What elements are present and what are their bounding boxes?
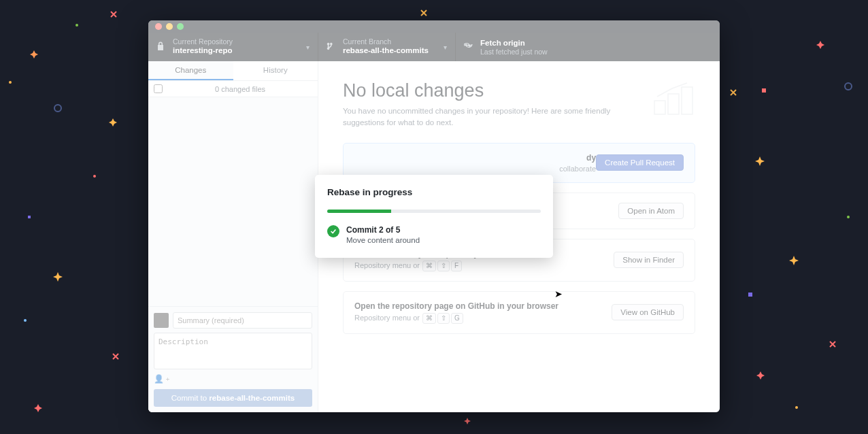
svg-rect-4 — [28, 216, 31, 218]
svg-point-0 — [76, 24, 78, 27]
rebase-dialog: Rebase in progress Commit 2 of 5 Move co… — [315, 175, 553, 258]
cursor-icon: ➤ — [554, 288, 563, 299]
svg-point-6 — [845, 83, 852, 90]
dialog-title: Rebase in progress — [327, 187, 541, 197]
commit-progress-title: Commit 2 of 5 — [346, 225, 420, 235]
svg-rect-7 — [762, 88, 766, 93]
svg-point-10 — [795, 406, 798, 409]
svg-point-8 — [847, 216, 850, 218]
svg-point-1 — [9, 81, 12, 84]
modal-overlay: Rebase in progress Commit 2 of 5 Move co… — [148, 20, 720, 412]
svg-point-3 — [93, 175, 96, 178]
svg-point-2 — [54, 105, 61, 112]
svg-point-5 — [24, 319, 27, 322]
progress-bar — [327, 210, 541, 213]
app-window: Current Repository interesting-repo ▾ Cu… — [148, 20, 720, 412]
commit-progress-message: Move content around — [346, 236, 420, 244]
svg-rect-9 — [748, 293, 752, 297]
check-icon — [327, 225, 339, 237]
